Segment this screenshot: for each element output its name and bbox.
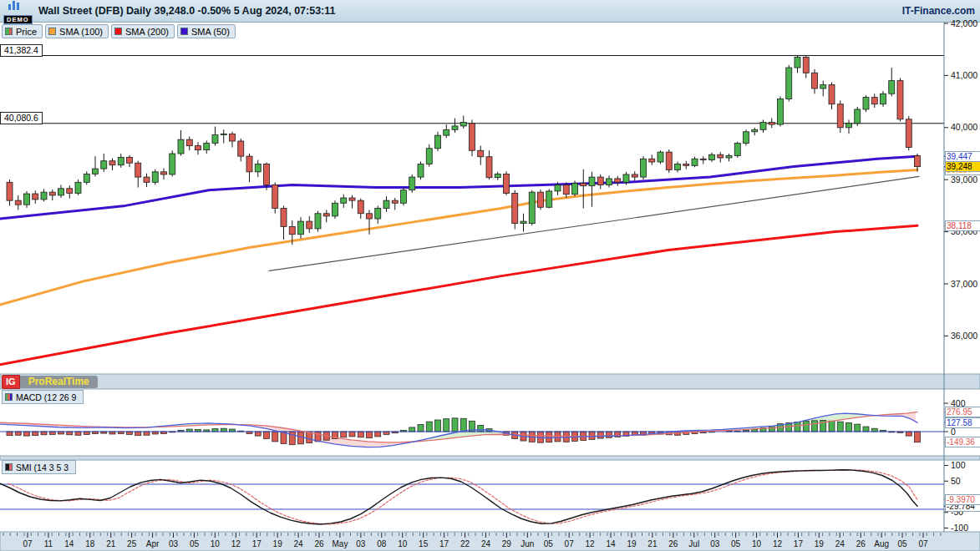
- candle: [632, 174, 637, 177]
- value-box: 38,118: [945, 220, 980, 231]
- candle: [195, 146, 201, 150]
- candle: [718, 154, 724, 158]
- candle: [67, 189, 73, 194]
- candle: [401, 190, 407, 204]
- candle: [786, 68, 792, 99]
- time-axis-label: 03: [710, 539, 720, 548]
- macd-bar: [289, 432, 295, 445]
- time-axis-label: 24: [294, 539, 304, 548]
- candle: [504, 174, 510, 193]
- macd-bar: [915, 432, 921, 442]
- legend-chip-sma100[interactable]: SMA (100): [45, 24, 109, 38]
- candle: [58, 189, 64, 195]
- time-axis-label: 24: [481, 539, 491, 548]
- candle: [700, 159, 706, 159]
- candle: [230, 134, 236, 141]
- macd-bar: [375, 432, 381, 437]
- candle: [778, 99, 784, 124]
- sma50-swatch-icon: [180, 28, 188, 35]
- tab-macd[interactable]: MACD (12 26 9: [2, 390, 84, 404]
- legend-label: SMA (200): [125, 27, 169, 37]
- legend-label: SMA (50): [191, 27, 230, 37]
- tab-smi[interactable]: SMI (14 3 5 3: [2, 460, 76, 474]
- time-axis-label: 08: [377, 539, 387, 548]
- macd-bar: [212, 429, 218, 432]
- candle: [607, 179, 612, 185]
- prorealtime-logo: ProRealTime: [20, 376, 98, 388]
- charting-app: DEMO Wall Street (DFB) Daily 39,248.0 -0…: [0, 0, 980, 551]
- legend-chip-sma50[interactable]: SMA (50): [177, 24, 236, 38]
- legend-chip-price[interactable]: Price: [2, 24, 43, 38]
- legend-chip-sma200[interactable]: SMA (200): [111, 24, 175, 38]
- candle: [769, 123, 774, 124]
- candle: [255, 164, 261, 171]
- candle: [152, 172, 158, 182]
- candle: [760, 123, 766, 130]
- candle: [127, 157, 133, 163]
- candle: [520, 221, 526, 223]
- panel-divider: [0, 374, 980, 389]
- macd-bar: [383, 432, 389, 434]
- candle: [897, 81, 903, 119]
- sma100-swatch-icon: [48, 28, 56, 35]
- time-axis-label: 03: [169, 539, 179, 548]
- time-axis-label: 26: [314, 539, 324, 548]
- candle: [795, 58, 800, 68]
- macd-bar: [837, 422, 843, 432]
- candle: [93, 169, 99, 174]
- candle: [846, 124, 852, 128]
- level-label-upper[interactable]: 41,382.4: [0, 44, 43, 57]
- macd-bar: [906, 432, 911, 436]
- candle: [84, 174, 89, 182]
- candle: [426, 149, 432, 164]
- macd-bar: [418, 425, 424, 432]
- level-label-lower[interactable]: 40,080.6: [0, 112, 43, 124]
- macd-bar: [144, 432, 150, 435]
- smi-signal-line: [8, 470, 917, 524]
- candle: [538, 192, 544, 207]
- candle: [75, 182, 81, 193]
- candle: [444, 129, 449, 135]
- candle: [135, 163, 141, 177]
- time-axis-label: 26: [856, 539, 866, 548]
- price-swatch-icon: [5, 28, 13, 35]
- macd-bar: [367, 432, 373, 438]
- macd-bar: [84, 432, 89, 434]
- time-axis-label: 12: [773, 539, 783, 548]
- candle: [221, 134, 226, 134]
- macd-bar: [803, 421, 809, 432]
- sma200-swatch-icon: [114, 28, 122, 35]
- time-axis-label: Apr: [146, 539, 160, 548]
- chart-canvas[interactable]: 42,00041,00040,00039,00038,00037,00036,0…: [0, 0, 980, 551]
- time-axis-label: 15: [419, 539, 429, 548]
- macd-bar: [452, 418, 458, 432]
- axis-tick-label: 42,000: [951, 18, 977, 28]
- candle: [820, 85, 826, 88]
- time-axis-label: 05: [731, 539, 741, 548]
- time-axis-label: 10: [211, 539, 221, 548]
- candle: [478, 150, 484, 156]
- candle: [383, 200, 389, 208]
- candle: [546, 191, 552, 207]
- time-axis-label: 14: [64, 539, 74, 548]
- value-box: 127.58: [945, 417, 980, 428]
- time-axis-label: 19: [627, 539, 637, 548]
- axis-tick-label: 50: [951, 476, 961, 486]
- candle: [161, 172, 167, 174]
- macd-bar: [135, 432, 141, 436]
- macd-bar: [264, 432, 270, 439]
- candle: [367, 214, 373, 219]
- candle: [323, 214, 329, 216]
- smi-icon: [5, 463, 13, 471]
- time-axis-label: 17: [439, 539, 449, 548]
- macd-bar: [7, 432, 13, 436]
- candle: [641, 159, 647, 177]
- candle: [409, 177, 415, 190]
- candle: [881, 94, 886, 104]
- macd-bar: [349, 432, 355, 437]
- candle: [204, 144, 210, 150]
- macd-bar: [255, 432, 261, 436]
- candle: [812, 73, 818, 88]
- candle: [349, 198, 355, 200]
- candle: [212, 135, 218, 144]
